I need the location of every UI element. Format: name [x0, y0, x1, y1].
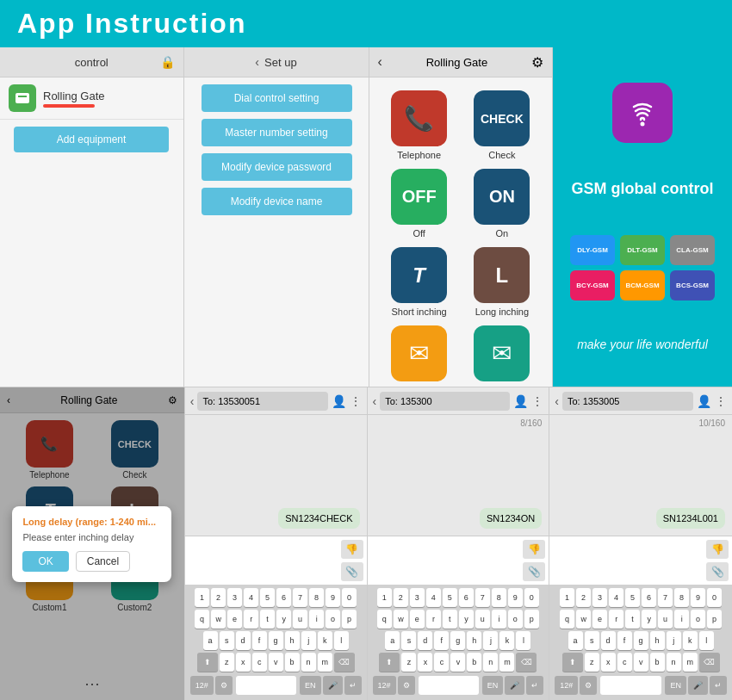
key-8[interactable]: 8	[309, 588, 324, 607]
sms-panel-3: ‹ 👤 ⋮ 10/160 SN1234L001 👎 📎	[549, 387, 732, 700]
dialog-cancel-button[interactable]: Cancel	[76, 551, 130, 572]
key-l[interactable]: l	[334, 631, 349, 650]
key-5[interactable]: 5	[260, 588, 275, 607]
key-2[interactable]: 2	[211, 588, 226, 607]
sms1-thumbsdown-btn[interactable]: 👎	[341, 540, 363, 559]
gsm-device-1: DLY-GSM	[570, 235, 615, 265]
key-n[interactable]: n	[301, 653, 316, 672]
sms2-more-icon[interactable]: ⋮	[531, 394, 543, 408]
key-1[interactable]: 1	[195, 588, 209, 607]
key-6[interactable]: 6	[276, 588, 291, 607]
dialog-ok-button[interactable]: OK	[22, 551, 68, 572]
icon-custom2[interactable]: ✉ Custom2	[465, 325, 539, 387]
key-b[interactable]: b	[285, 653, 300, 672]
sms2-key-mic[interactable]: 🎤	[505, 676, 524, 695]
key-p[interactable]: p	[342, 610, 357, 629]
dialog-overlay: Long delay (range: 1-240 mi... Please en…	[0, 387, 184, 700]
gear-icon[interactable]: ⚙	[531, 54, 543, 71]
icon-on[interactable]: ON On	[465, 169, 539, 238]
sms3-key-space[interactable]	[600, 676, 661, 695]
sms3-key-settings[interactable]: ⚙	[580, 676, 597, 695]
sms2-person-icon[interactable]: 👤	[513, 394, 528, 408]
sms3-to-input[interactable]	[562, 392, 693, 411]
icon-off[interactable]: OFF Off	[382, 169, 456, 238]
sms1-back-icon[interactable]: ‹	[190, 394, 195, 408]
device-row[interactable]: Rolling Gate	[0, 77, 183, 120]
sms2-key-space[interactable]	[419, 676, 479, 695]
key-w[interactable]: w	[211, 610, 226, 629]
sms2-back-icon[interactable]: ‹	[373, 394, 377, 408]
sms1-more-icon[interactable]: ⋮	[350, 394, 362, 408]
key-y[interactable]: y	[276, 610, 291, 629]
key-backspace[interactable]: ⌫	[334, 653, 355, 672]
key-f[interactable]: f	[252, 631, 267, 650]
sms1-person-icon[interactable]: 👤	[332, 394, 346, 408]
key-h[interactable]: h	[285, 631, 300, 650]
sms3-key-12hash[interactable]: 12#	[555, 676, 578, 695]
key-shift[interactable]: ⬆	[197, 653, 218, 672]
key-c[interactable]: c	[252, 653, 267, 672]
sms3-header: ‹ 👤 ⋮	[549, 387, 732, 415]
sms3-key-mic[interactable]: 🎤	[688, 676, 708, 695]
key-settings[interactable]: ⚙	[215, 676, 233, 695]
key-r[interactable]: r	[244, 610, 258, 629]
key-0[interactable]: 0	[342, 588, 357, 607]
key-s[interactable]: s	[220, 631, 234, 650]
key-z[interactable]: z	[220, 653, 234, 672]
sms3-key-enter[interactable]: ↵	[710, 676, 727, 695]
sms3-back-icon[interactable]: ‹	[555, 394, 559, 408]
key-v[interactable]: v	[269, 653, 283, 672]
key-7[interactable]: 7	[293, 588, 307, 607]
sms2-key-settings[interactable]: ⚙	[398, 676, 415, 695]
key-t[interactable]: t	[260, 610, 275, 629]
icon-short-inching[interactable]: T Short inching	[382, 247, 456, 317]
sms3-person-icon[interactable]: 👤	[697, 394, 711, 408]
sms2-to-input[interactable]	[380, 392, 510, 411]
key-k[interactable]: k	[318, 631, 332, 650]
key-space[interactable]	[236, 676, 296, 695]
icon-long-inching[interactable]: L Long inching	[465, 247, 539, 317]
sms3-attach-btn[interactable]: 📎	[706, 562, 729, 581]
key-mic[interactable]: 🎤	[323, 676, 343, 695]
key-e[interactable]: e	[227, 610, 242, 629]
modify-name-btn[interactable]: Modify device name	[202, 188, 352, 215]
modify-password-btn[interactable]: Modify device password	[202, 153, 352, 181]
key-o[interactable]: o	[326, 610, 340, 629]
sms2-attach-btn[interactable]: 📎	[523, 562, 545, 581]
key-3[interactable]: 3	[227, 588, 242, 607]
sms3-thumbsdown-btn[interactable]: 👎	[706, 540, 729, 559]
icon-telephone[interactable]: 📞 Telephone	[382, 90, 456, 160]
sms3-more-icon[interactable]: ⋮	[715, 394, 727, 408]
dial-control-btn[interactable]: Dial control setting	[202, 84, 352, 112]
key-a[interactable]: a	[203, 631, 218, 650]
icon-check[interactable]: CHECK Check	[465, 90, 539, 160]
key-9[interactable]: 9	[326, 588, 340, 607]
sms2-key-12hash[interactable]: 12#	[373, 676, 396, 695]
key-j[interactable]: j	[301, 631, 316, 650]
key-x[interactable]: x	[236, 653, 251, 672]
key-12hash[interactable]: 12#	[190, 676, 214, 695]
panel-gsm: GSM global control DLY-GSM DLT-GSM CLA-G…	[553, 47, 732, 387]
sms1-header: ‹ 👤 ⋮	[185, 387, 367, 415]
key-4[interactable]: 4	[244, 588, 258, 607]
add-equipment-button[interactable]: Add equipment	[14, 127, 169, 152]
sms3-key-lang[interactable]: EN	[665, 676, 686, 695]
key-d[interactable]: d	[236, 631, 251, 650]
sms1-attach-btn[interactable]: 📎	[341, 562, 363, 581]
key-m[interactable]: m	[318, 653, 332, 672]
key-q[interactable]: q	[195, 610, 209, 629]
sms2-body: 8/160 SN1234ON	[368, 415, 549, 536]
key-u[interactable]: u	[293, 610, 307, 629]
sms2-key-lang[interactable]: EN	[482, 676, 504, 695]
master-number-btn[interactable]: Master number setting	[202, 119, 352, 146]
key-i[interactable]: i	[309, 610, 324, 629]
back-arrow-icon[interactable]: ‹	[255, 55, 259, 69]
key-enter[interactable]: ↵	[344, 676, 362, 695]
sms1-to-input[interactable]	[197, 392, 327, 411]
icon-custom1[interactable]: ✉ Custom1	[382, 325, 456, 387]
key-g[interactable]: g	[269, 631, 283, 650]
rolling-back-icon[interactable]: ‹	[378, 54, 382, 70]
key-lang[interactable]: EN	[300, 676, 321, 695]
sms2-key-enter[interactable]: ↵	[526, 676, 543, 695]
sms2-thumbsdown-btn[interactable]: 👎	[523, 540, 545, 559]
